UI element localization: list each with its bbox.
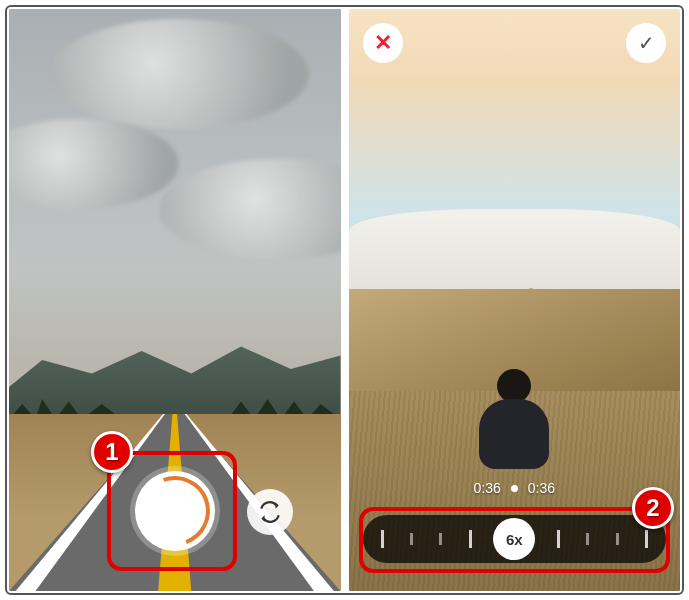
switch-camera-button[interactable] xyxy=(247,489,293,535)
record-button[interactable] xyxy=(135,471,215,551)
speed-tick xyxy=(557,530,560,548)
speed-tick xyxy=(616,533,619,545)
speed-tick xyxy=(645,530,648,548)
tutorial-frame: 1 ✕ ✓ 0:36 0:36 xyxy=(5,5,684,595)
cloud xyxy=(49,19,309,129)
close-icon: ✕ xyxy=(374,30,392,56)
speed-tick xyxy=(439,533,442,545)
time-dot-icon xyxy=(511,485,518,492)
speed-tick xyxy=(410,533,413,545)
speed-tick xyxy=(381,530,384,548)
cancel-button[interactable]: ✕ xyxy=(363,23,403,63)
speed-tick xyxy=(586,533,589,545)
speed-knob[interactable]: 6x xyxy=(493,518,535,560)
time-end: 0:36 xyxy=(528,480,555,496)
speed-slider[interactable]: 6x xyxy=(363,515,667,563)
edit-speed-screen: ✕ ✓ 0:36 0:36 6x 2 xyxy=(349,9,681,591)
camera-capture-screen: 1 xyxy=(9,9,341,591)
confirm-button[interactable]: ✓ xyxy=(626,23,666,63)
time-start: 0:36 xyxy=(474,480,501,496)
time-indicator: 0:36 0:36 xyxy=(349,480,681,496)
switch-camera-icon xyxy=(257,499,283,525)
check-icon: ✓ xyxy=(638,31,655,55)
speed-value: 6x xyxy=(506,531,523,548)
person-silhouette xyxy=(479,369,549,469)
speed-tick xyxy=(469,530,472,548)
